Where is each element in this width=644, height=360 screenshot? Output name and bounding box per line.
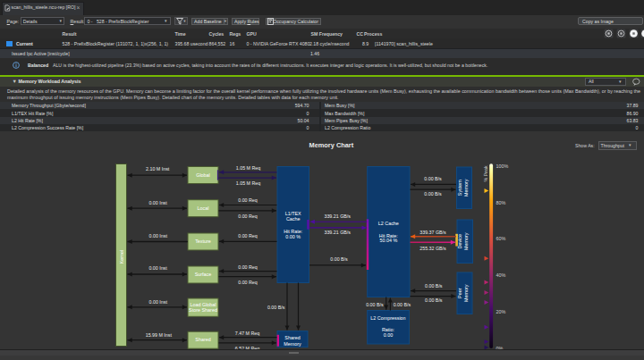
svg-text:Memory: Memory [464,232,470,250]
svg-text:Local: Local [198,205,209,211]
svg-text:Store Shared: Store Shared [189,307,217,313]
svg-text:100%: 100% [496,163,509,169]
svg-text:15.99 M Inst: 15.99 M Inst [146,332,173,338]
svg-text:Memory: Memory [463,284,469,302]
svg-text:0.00: 0.00 [384,332,394,338]
svg-text:Device: Device [458,234,463,248]
svg-text:0.00 B/s: 0.00 B/s [366,302,384,307]
svg-text:0.00 Inst: 0.00 Inst [149,233,168,239]
svg-text:Memory: Memory [284,341,301,347]
svg-text:0.00 B/s: 0.00 B/s [424,176,442,181]
svg-text:339.21 GB/s: 339.21 GB/s [324,213,351,219]
svg-text:0.00 Inst: 0.00 Inst [149,299,168,305]
svg-text:0.00 B/s: 0.00 B/s [394,302,411,307]
svg-text:0.00 B/s: 0.00 B/s [330,256,348,262]
svg-text:0.00 Req: 0.00 Req [238,197,258,203]
svg-text:0.00 B/s: 0.00 B/s [267,305,285,310]
svg-text:60%: 60% [496,236,506,241]
svg-text:339.21 GB/s: 339.21 GB/s [324,230,351,235]
svg-text:0.00 Req: 0.00 Req [238,280,258,285]
svg-text:L2 Cache: L2 Cache [378,221,399,226]
svg-text:Global: Global [196,172,210,178]
svg-text:339.37 GB/s: 339.37 GB/s [419,230,446,235]
svg-text:0.00 B/s: 0.00 B/s [425,297,443,303]
svg-text:L2 Compression: L2 Compression [370,315,405,321]
svg-text:Kernel: Kernel [119,250,124,264]
svg-text:1.05 M Req: 1.05 M Req [236,165,260,171]
svg-text:20%: 20% [496,309,506,314]
svg-text:0.00 %: 0.00 % [285,234,301,239]
svg-text:50.04 %: 50.04 % [379,238,397,243]
svg-text:0.00 Req: 0.00 Req [238,233,258,239]
svg-text:Load Global: Load Global [190,302,216,307]
svg-text:1.05 M Req: 1.05 M Req [236,180,260,186]
svg-text:System: System [457,180,462,196]
svg-text:0.00 B/s: 0.00 B/s [425,283,443,289]
svg-text:Shared: Shared [195,337,210,342]
svg-text:0.00 B/s: 0.00 B/s [424,191,442,197]
svg-text:Shared: Shared [284,335,300,340]
svg-text:2.10 M Inst: 2.10 M Inst [146,166,170,172]
svg-text:255.32 GB/s: 255.32 GB/s [419,246,446,251]
svg-text:L1/TEX: L1/TEX [285,211,301,216]
svg-text:Cache: Cache [286,216,301,222]
svg-text:% Peak: % Peak [483,165,488,181]
svg-text:Texture: Texture [195,239,211,244]
svg-text:7.47 M Req: 7.47 M Req [235,331,259,336]
svg-text:Surface: Surface [195,272,212,277]
svg-text:Memory: Memory [463,179,469,197]
svg-text:Peer: Peer [457,288,462,298]
svg-text:0.00 Inst: 0.00 Inst [148,200,167,205]
svg-text:0.00 Inst: 0.00 Inst [148,265,167,271]
svg-text:0.00 Req: 0.00 Req [238,264,258,270]
svg-text:0.00 Req: 0.00 Req [238,213,258,219]
svg-text:80%: 80% [496,200,506,205]
svg-text:40%: 40% [496,272,506,278]
